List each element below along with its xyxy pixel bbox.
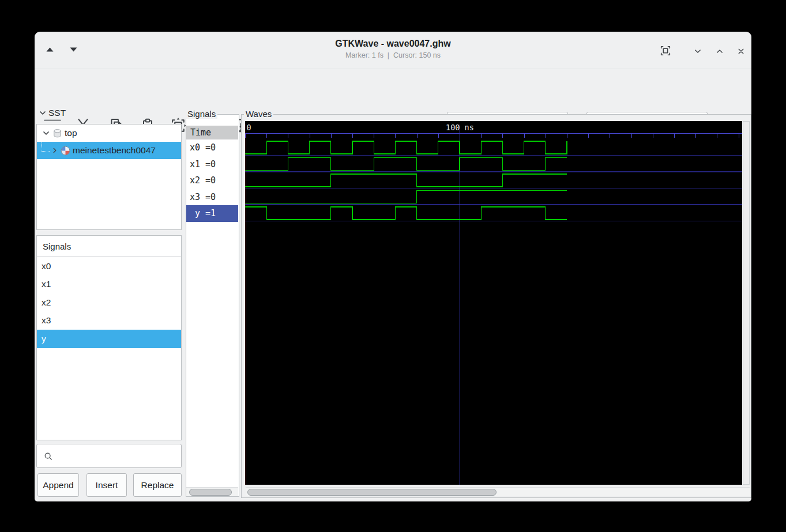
expander-down-icon <box>38 108 47 118</box>
wave-signal-row-x2[interactable]: x2 =0 <box>186 172 238 189</box>
replace-button[interactable]: Replace <box>133 473 182 497</box>
sst-label: SST <box>48 108 66 118</box>
insert-button[interactable]: Insert <box>87 473 127 497</box>
sphere-icon <box>61 146 70 156</box>
sst-tree: top meinetestbench0047 <box>36 124 182 230</box>
signal-browser: Signals x0x1x2x3y <box>36 235 182 440</box>
wave-trace-x2 <box>245 174 567 187</box>
waves-hscrollbar[interactable] <box>246 487 750 496</box>
search-input[interactable] <box>57 447 177 465</box>
minimize-button[interactable] <box>692 46 704 57</box>
waves-frame-label: Waves <box>244 109 273 119</box>
wave-trace-x1 <box>245 158 567 171</box>
chevron-down-icon <box>692 46 704 57</box>
signals-hscrollbar-thumb[interactable] <box>189 489 232 496</box>
signals-hscrollbar[interactable] <box>186 487 238 496</box>
signal-browser-header: Signals <box>37 236 181 257</box>
signal-list-item-x0[interactable]: x0 <box>37 257 181 276</box>
chevron-up-icon <box>714 46 725 57</box>
signals-frame-label: Signals <box>186 109 217 119</box>
fullscreen-icon <box>659 44 672 57</box>
ruler-label-100: 100 ns <box>446 123 474 132</box>
time-column-header[interactable]: Time <box>186 126 238 139</box>
desktop: { "titlebar": { "title": "GTKWave - wave… <box>0 0 786 532</box>
signal-list-item-x1[interactable]: x1 <box>37 276 181 294</box>
wave-signal-row-x3[interactable]: x3 =0 <box>186 189 238 206</box>
append-button[interactable]: Append <box>37 473 79 497</box>
wave-signal-row-x0[interactable]: x0 =0 <box>186 139 238 156</box>
signal-list-item-y[interactable]: y <box>37 330 181 348</box>
expander-down-icon[interactable] <box>42 129 51 138</box>
titlebar[interactable]: GTKWave - wave0047.ghw Marker: 1 fs | Cu… <box>35 32 751 69</box>
fullscreen-button[interactable] <box>659 44 672 57</box>
wave-trace-y <box>245 207 567 220</box>
window-title: GTKWave - wave0047.ghw <box>35 39 751 49</box>
signal-list-item-x3[interactable]: x3 <box>37 312 181 330</box>
close-button[interactable] <box>735 46 747 57</box>
wave-canvas[interactable]: 0100 ns <box>245 121 742 485</box>
wave-signal-row-x1[interactable]: x1 =0 <box>186 156 238 173</box>
signal-search[interactable] <box>36 444 182 468</box>
wave-trace-x0 <box>245 141 567 154</box>
ruler-label-0: 0 <box>247 123 251 132</box>
expander-right-icon[interactable] <box>51 146 59 154</box>
search-icon <box>43 451 54 462</box>
waves-hscrollbar-thumb[interactable] <box>247 489 497 496</box>
wave-signal-row-y[interactable]: y =1 <box>186 205 238 222</box>
close-icon <box>735 46 747 57</box>
signal-list-item-x2[interactable]: x2 <box>37 293 181 312</box>
sst-expander[interactable]: SST <box>38 108 66 118</box>
tree-item-label: top <box>65 128 77 138</box>
tree-item-label: meinetestbench0047 <box>73 145 156 156</box>
signal-browser-list: x0x1x2x3y <box>37 257 181 348</box>
tree-item-meinetestbench0047[interactable]: meinetestbench0047 <box>37 142 181 159</box>
window-subtitle: Marker: 1 fs | Cursor: 150 ns <box>35 51 751 59</box>
maximize-button[interactable] <box>714 46 725 57</box>
tree-guide-line <box>42 142 50 152</box>
cylinder-icon <box>53 129 62 138</box>
wave-trace-x3 <box>245 191 567 203</box>
gtkwave-window: GTKWave - wave0047.ghw Marker: 1 fs | Cu… <box>35 32 751 501</box>
tree-item-top[interactable]: top <box>37 124 181 142</box>
waves-vscrollbar[interactable] <box>743 121 750 485</box>
toolbar: From: To: <box>35 69 751 104</box>
